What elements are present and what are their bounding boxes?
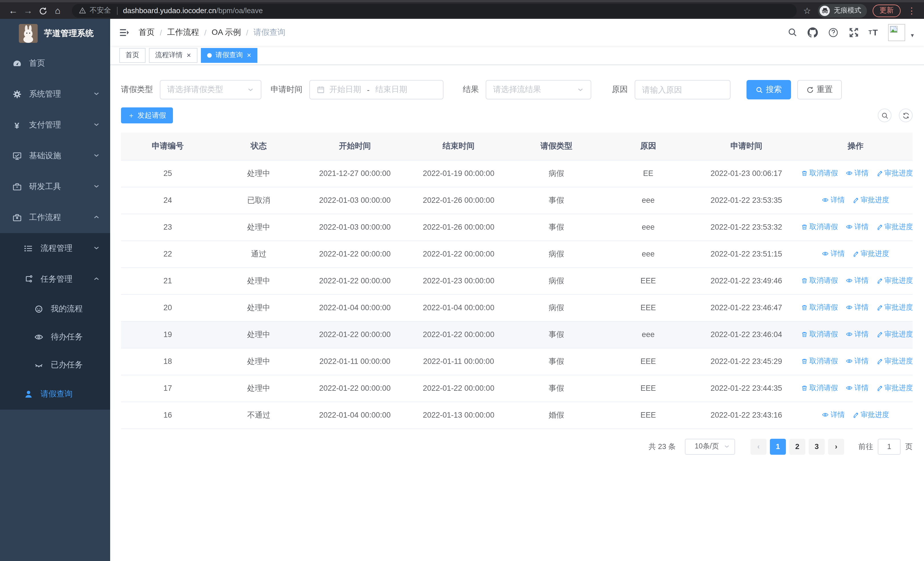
sidebar-collapse-icon[interactable] bbox=[119, 27, 129, 38]
approval-progress-link[interactable]: 审批进度 bbox=[877, 357, 913, 367]
breadcrumb-home[interactable]: 首页 bbox=[139, 27, 154, 38]
tag-leave-query[interactable]: 请假查询 × bbox=[201, 48, 257, 63]
sidebar-item-leave-query[interactable]: 请假查询 bbox=[0, 379, 110, 410]
eye-icon bbox=[34, 332, 44, 341]
browser-back-icon[interactable]: ← bbox=[6, 6, 21, 15]
detail-link[interactable]: 详情 bbox=[846, 384, 868, 393]
goto-page-input[interactable] bbox=[878, 438, 901, 454]
approval-progress-link[interactable]: 审批进度 bbox=[877, 384, 913, 393]
cell-type: 事假 bbox=[510, 375, 602, 402]
sidebar-item-my-process[interactable]: 我的流程 bbox=[0, 295, 110, 323]
url-path: /bpm/oa/leave bbox=[216, 6, 263, 15]
search-button[interactable]: 搜索 bbox=[747, 80, 791, 99]
cancel-leave-link[interactable]: 取消请假 bbox=[801, 384, 838, 393]
pen-icon bbox=[853, 197, 859, 204]
approval-progress-link[interactable]: 审批进度 bbox=[877, 223, 913, 232]
approval-progress-link[interactable]: 审批进度 bbox=[877, 169, 913, 179]
leave-type-select[interactable]: 请选择请假类型 bbox=[160, 80, 261, 99]
security-label[interactable]: 不安全 bbox=[90, 6, 111, 15]
user-avatar[interactable] bbox=[888, 24, 905, 41]
create-leave-button[interactable]: ＋ 发起请假 bbox=[121, 107, 173, 123]
approval-progress-link[interactable]: 审批进度 bbox=[877, 303, 913, 313]
approval-progress-link[interactable]: 审批进度 bbox=[853, 250, 889, 259]
github-icon[interactable] bbox=[808, 27, 818, 38]
approval-progress-link[interactable]: 审批进度 bbox=[877, 276, 913, 286]
sidebar-item-home[interactable]: 首页 bbox=[0, 48, 110, 79]
eye-icon bbox=[846, 331, 853, 338]
sidebar-item-system[interactable]: 系统管理 bbox=[0, 79, 110, 110]
approval-progress-link[interactable]: 审批进度 bbox=[877, 330, 913, 340]
col-applied: 申请时间 bbox=[694, 132, 798, 160]
tag-home[interactable]: 首页 bbox=[119, 48, 146, 63]
cancel-leave-link[interactable]: 取消请假 bbox=[801, 357, 838, 367]
apply-time-range-picker[interactable]: 开始日期 - 结束日期 bbox=[309, 80, 444, 99]
sidebar-item-dev-tools[interactable]: 研发工具 bbox=[0, 171, 110, 202]
next-page-button[interactable]: › bbox=[828, 438, 844, 454]
cancel-leave-link[interactable]: 取消请假 bbox=[801, 330, 838, 340]
close-icon[interactable]: × bbox=[187, 51, 191, 59]
pen-icon bbox=[877, 170, 883, 177]
font-size-icon[interactable]: TT bbox=[868, 27, 878, 37]
cell-id: 24 bbox=[121, 187, 214, 214]
sidebar-item-process-management[interactable]: 流程管理 bbox=[0, 233, 110, 264]
leave-type-label: 请假类型 bbox=[121, 84, 153, 95]
detail-link[interactable]: 详情 bbox=[822, 249, 844, 259]
sidebar-item-task-management[interactable]: 任务管理 bbox=[0, 264, 110, 295]
prev-page-button[interactable]: ‹ bbox=[750, 438, 766, 454]
sidebar-item-infrastructure[interactable]: 基础设施 bbox=[0, 141, 110, 171]
range-separator: - bbox=[367, 85, 369, 94]
pen-icon bbox=[853, 412, 859, 418]
reset-button[interactable]: 重置 bbox=[797, 80, 842, 99]
result-select[interactable]: 请选择流结果 bbox=[486, 80, 591, 99]
reset-button-label: 重置 bbox=[817, 84, 832, 95]
cell-applied: 2022-01-22 23:45:29 bbox=[694, 348, 798, 375]
breadcrumb-current: 请假查询 bbox=[254, 27, 285, 38]
cell-actions: 详情 审批进度 bbox=[798, 187, 913, 214]
cancel-leave-link[interactable]: 取消请假 bbox=[801, 303, 838, 313]
cancel-leave-link[interactable]: 取消请假 bbox=[801, 169, 838, 179]
detail-link[interactable]: 详情 bbox=[822, 410, 844, 420]
show-search-toggle-icon[interactable] bbox=[878, 108, 891, 122]
address-bar[interactable]: 不安全 dashboard.yudao.iocoder.cn/bpm/oa/le… bbox=[72, 4, 796, 17]
detail-link[interactable]: 详情 bbox=[846, 356, 868, 366]
sidebar-item-payment[interactable]: ¥ 支付管理 bbox=[0, 110, 110, 141]
page-button-3[interactable]: 3 bbox=[809, 438, 825, 454]
approval-progress-link[interactable]: 审批进度 bbox=[853, 196, 889, 205]
detail-link[interactable]: 详情 bbox=[846, 222, 868, 232]
tag-process-detail[interactable]: 流程详情 × bbox=[149, 48, 197, 63]
browser-menu-icon[interactable]: ⋮ bbox=[905, 5, 918, 16]
detail-link[interactable]: 详情 bbox=[822, 196, 844, 205]
sidebar-item-todo-tasks[interactable]: 待办任务 bbox=[0, 323, 110, 351]
page-size-select[interactable]: 10条/页 bbox=[685, 438, 735, 454]
page-button-1[interactable]: 1 bbox=[770, 438, 786, 454]
sidebar-item-workflow[interactable]: 工作流程 bbox=[0, 202, 110, 233]
detail-link[interactable]: 详情 bbox=[846, 329, 868, 339]
detail-link[interactable]: 详情 bbox=[846, 276, 868, 286]
cell-type: 病假 bbox=[510, 241, 602, 267]
chrome-update-button[interactable]: 更新 bbox=[873, 4, 901, 17]
reason-input[interactable] bbox=[634, 80, 730, 99]
approval-progress-link[interactable]: 审批进度 bbox=[853, 411, 889, 420]
bookmark-star-icon[interactable]: ☆ bbox=[803, 5, 811, 16]
detail-link[interactable]: 详情 bbox=[846, 303, 868, 313]
breadcrumb-oa-example[interactable]: OA 示例 bbox=[212, 27, 241, 38]
eye-icon bbox=[846, 385, 853, 392]
cancel-leave-link[interactable]: 取消请假 bbox=[801, 276, 838, 286]
sidebar-item-done-tasks[interactable]: 已办任务 bbox=[0, 351, 110, 379]
header-search-icon[interactable] bbox=[788, 27, 797, 37]
help-icon[interactable] bbox=[828, 27, 838, 38]
cell-status: 通过 bbox=[214, 241, 303, 267]
fullscreen-icon[interactable] bbox=[849, 27, 858, 37]
browser-reload-icon[interactable] bbox=[35, 6, 50, 15]
close-icon[interactable]: × bbox=[247, 51, 251, 59]
avatar-dropdown-caret-icon[interactable]: ▼ bbox=[910, 32, 915, 38]
browser-home-icon[interactable]: ⌂ bbox=[50, 6, 65, 15]
breadcrumb-workflow[interactable]: 工作流程 bbox=[167, 27, 199, 38]
table-row: 21处理中2022-01-22 00:00:002022-01-23 00:00… bbox=[121, 267, 913, 294]
detail-link[interactable]: 详情 bbox=[846, 168, 868, 178]
cancel-leave-link[interactable]: 取消请假 bbox=[801, 223, 838, 232]
refresh-table-icon[interactable] bbox=[899, 108, 913, 122]
browser-forward-icon[interactable]: → bbox=[21, 6, 35, 15]
page-button-2[interactable]: 2 bbox=[789, 438, 805, 454]
cell-id: 18 bbox=[121, 348, 214, 375]
